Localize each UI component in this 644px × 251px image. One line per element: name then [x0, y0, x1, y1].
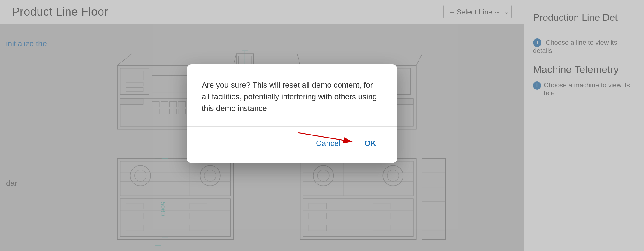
cancel-button[interactable]: Cancel	[310, 136, 346, 151]
modal-overlay: Are you sure? This will reset all demo c…	[0, 0, 644, 251]
modal-actions: Cancel OK	[202, 136, 382, 151]
modal-divider	[187, 126, 397, 127]
ok-button[interactable]: OK	[358, 136, 382, 151]
modal-dialog: Are you sure? This will reset all demo c…	[187, 64, 397, 163]
ok-button-wrapper: OK	[358, 136, 382, 151]
modal-message: Are you sure? This will reset all demo c…	[202, 79, 382, 114]
